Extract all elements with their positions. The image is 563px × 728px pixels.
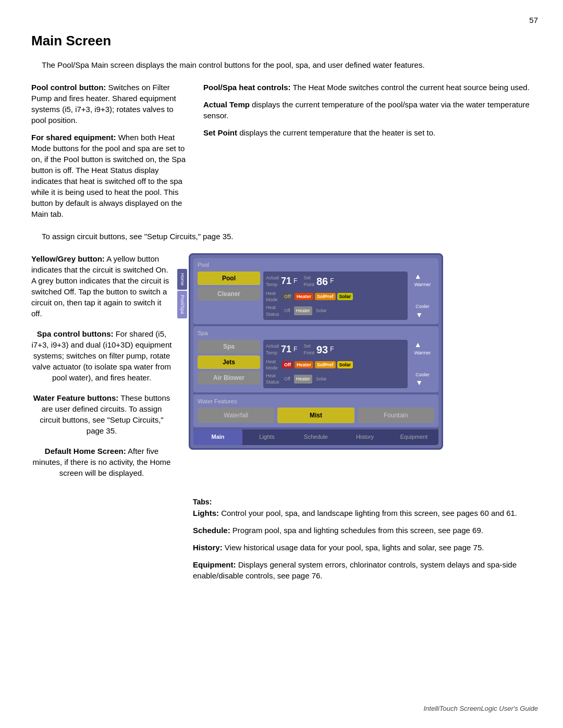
yellow-grey-annotation: Yellow/Grey button: A yellow button indi…	[31, 253, 172, 319]
pool-heat-panel: Actual Temp 71 F Set Point	[263, 272, 408, 320]
tab-lights[interactable]: Lights	[242, 429, 291, 445]
jets-button[interactable]: Jets	[198, 355, 260, 369]
water-feature-annotation: Water Feature buttons: These buttons are…	[31, 392, 172, 436]
spa-control-bold: Spa control buttons:	[37, 329, 114, 338]
page-number: 57	[529, 15, 538, 26]
pool-hm-off[interactable]: Off	[282, 293, 293, 300]
spa-hm-solar[interactable]: Solar	[337, 361, 353, 368]
set-point-bold: Set Point	[203, 128, 237, 137]
pool-hm-heater[interactable]: Heater	[295, 293, 313, 300]
history-tab-desc: History: View historical usage data for …	[193, 542, 532, 553]
water-features-section: Water Features Waterfall Mist Fountain	[193, 394, 438, 427]
footer-text: IntelliTouch ScreenLogic User's Guide	[423, 704, 538, 713]
shared-equipment-para: For shared equipment: When both Heat Mod…	[31, 132, 188, 219]
pool-section: Pool Pool Cleaner Actual	[193, 258, 438, 324]
spa-section: Spa Spa Jets Air Blower	[193, 326, 438, 392]
tabs-header: Tabs:	[193, 497, 532, 508]
pool-hs-solar: Solar	[314, 306, 329, 315]
pool-warmer-cooler: ▲ Warmer Cooler ▼	[411, 272, 434, 320]
pool-hs-heater: Heater	[294, 306, 312, 315]
lights-bold: Lights:	[193, 509, 219, 517]
water-feature-bold: Water Feature buttons:	[33, 393, 119, 402]
spa-control-annotation: Spa control buttons: For shared (i5, i7+…	[31, 328, 172, 383]
lights-text: Control your pool, spa, and landscape li…	[219, 509, 517, 517]
spa-hm-off[interactable]: Off	[282, 361, 293, 368]
schedule-text: Program pool, spa and lighting schedules…	[230, 526, 483, 535]
spa-warmer-label: Warmer	[414, 350, 431, 356]
spa-hs-heater: Heater	[294, 375, 312, 384]
spa-hs-solar: Solar	[314, 375, 329, 384]
intro-text: The Pool/Spa Main screen displays the ma…	[31, 59, 532, 70]
heat-controls-bold: Pool/Spa heat controls:	[203, 83, 291, 92]
tabs-section: Tabs: Lights: Control your pool, spa, an…	[193, 497, 532, 587]
schedule-tab-desc: Schedule: Program pool, spa and lighting…	[193, 525, 532, 536]
tab-equipment[interactable]: Equipment	[389, 429, 438, 445]
pool-actual-unit: F	[293, 277, 297, 286]
side-navigation: Home Pool/Spa	[177, 269, 187, 318]
page-title: Main Screen	[31, 31, 532, 50]
spa-circuit-buttons: Spa Jets Air Blower	[198, 340, 260, 388]
mist-button[interactable]: Mist	[277, 408, 354, 423]
shared-equipment-bold: For shared equipment:	[31, 133, 116, 142]
tab-bar: Main Lights Schedule History Equipment	[193, 429, 438, 445]
shared-equipment-text: When both Heat Mode buttons for the pool…	[31, 133, 186, 218]
tab-history[interactable]: History	[340, 429, 389, 445]
heat-controls-para: Pool/Spa heat controls: The Heat Mode sw…	[203, 82, 532, 93]
water-feature-buttons: Waterfall Mist Fountain	[198, 408, 434, 423]
pool-label: Pool	[198, 261, 434, 269]
waterfall-button[interactable]: Waterfall	[198, 408, 274, 423]
spa-hm-solpref[interactable]: SolPref	[315, 361, 336, 368]
pool-hs-off: Off	[282, 306, 292, 315]
side-nav-home[interactable]: Home	[177, 269, 187, 290]
tab-schedule[interactable]: Schedule	[291, 429, 340, 445]
actual-temp-para: Actual Temp displays the current tempera…	[203, 99, 532, 121]
pool-circuit-buttons: Pool Cleaner	[198, 272, 260, 320]
pool-actual-temp: 71	[281, 275, 291, 288]
pool-button[interactable]: Pool	[198, 272, 260, 285]
pool-set-point: 86	[316, 274, 328, 289]
schedule-bold: Schedule:	[193, 526, 230, 535]
pool-set-unit: F	[330, 277, 334, 286]
spa-set-unit: F	[330, 345, 334, 354]
pool-control-para: Pool control button: Switches on Filter …	[31, 82, 188, 126]
fountain-button[interactable]: Fountain	[358, 408, 434, 423]
pool-cooler-label: Cooler	[415, 303, 430, 310]
spa-hs-off: Off	[282, 375, 292, 384]
right-annotations	[443, 253, 532, 488]
side-nav-poolspa[interactable]: Pool/Spa	[177, 291, 187, 318]
pool-warmer-arrow: ▲	[414, 272, 431, 282]
spa-heat-panel: Actual Temp 71 F Set Point	[263, 340, 408, 388]
equipment-tab-desc: Equipment: Displays general system error…	[193, 559, 532, 581]
equipment-bold: Equipment:	[193, 560, 236, 569]
equipment-text: Displays general system errors, chlorina…	[193, 560, 517, 580]
spa-label: Spa	[198, 329, 434, 337]
water-features-label: Water Features	[198, 398, 434, 405]
pool-control-bold: Pool control button:	[31, 83, 106, 92]
tab-main[interactable]: Main	[193, 429, 242, 445]
set-point-text: displays the current temperature that th…	[237, 128, 435, 137]
history-text: View historical usage data for your pool…	[223, 543, 484, 552]
spa-warmer-cooler: ▲ Warmer Cooler ▼	[411, 340, 434, 388]
actual-temp-bold: Actual Temp	[203, 100, 250, 109]
yellow-grey-text: A yellow button indicates that the circu…	[31, 254, 169, 318]
spa-cooler-label: Cooler	[415, 372, 430, 378]
default-home-annotation: Default Home Screen: After five minutes,…	[31, 446, 172, 478]
spa-warmer-arrow: ▲	[414, 340, 431, 350]
left-below	[31, 497, 177, 587]
spa-button[interactable]: Spa	[198, 340, 260, 353]
history-bold: History:	[193, 543, 223, 552]
spa-actual-temp: 71	[281, 343, 291, 356]
yellow-grey-bold: Yellow/Grey button:	[31, 254, 105, 263]
pool-hm-solar[interactable]: Solar	[337, 293, 353, 300]
air-blower-button[interactable]: Air Blower	[198, 371, 260, 385]
actual-temp-text: displays the current temperature of the …	[203, 100, 530, 120]
default-home-bold: Default Home Screen:	[45, 447, 126, 455]
pool-cooler-arrow: ▼	[415, 310, 430, 320]
cleaner-button[interactable]: Cleaner	[198, 287, 260, 301]
spa-set-point: 93	[316, 342, 328, 357]
set-point-para: Set Point displays the current temperatu…	[203, 127, 532, 138]
spa-actual-unit: F	[293, 345, 297, 354]
pool-hm-solpref[interactable]: SolPref	[315, 293, 336, 300]
screen-ui: Pool Pool Cleaner Actual	[189, 253, 443, 449]
spa-hm-heater[interactable]: Heater	[295, 361, 313, 368]
